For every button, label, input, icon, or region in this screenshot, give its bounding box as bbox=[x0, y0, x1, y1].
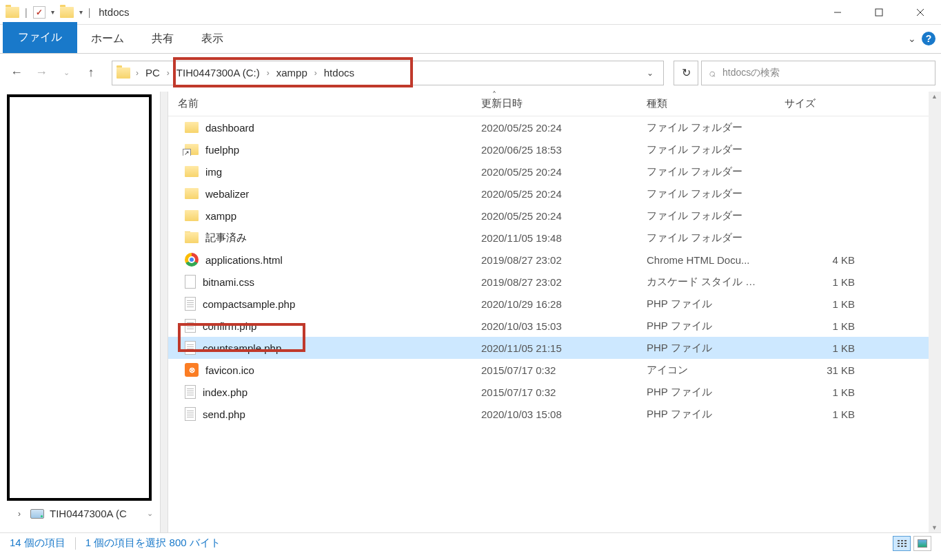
close-button[interactable] bbox=[900, 0, 941, 25]
forward-button[interactable]: → bbox=[30, 62, 52, 84]
file-row[interactable]: countsample.php2020/11/05 21:15PHP ファイル1… bbox=[168, 337, 941, 359]
refresh-button[interactable]: ↻ bbox=[674, 61, 698, 85]
folder-icon bbox=[6, 7, 19, 18]
status-separator bbox=[75, 537, 76, 550]
column-name[interactable]: 名前 bbox=[168, 92, 472, 116]
chevron-right-icon[interactable]: › bbox=[136, 68, 139, 78]
tab-share[interactable]: 共有 bbox=[138, 25, 188, 53]
file-row[interactable]: xampp2020/05/25 20:24ファイル フォルダー bbox=[168, 205, 941, 227]
cell-name: webalizer bbox=[168, 188, 472, 200]
file-row[interactable]: applications.html2019/08/27 23:02Chrome … bbox=[168, 249, 941, 271]
cell-name: ⊗favicon.ico bbox=[168, 363, 472, 377]
file-row[interactable]: 記事済み2020/11/05 19:48ファイル フォルダー bbox=[168, 227, 941, 249]
cell-date: 2020/11/05 19:48 bbox=[472, 232, 637, 244]
breadcrumb-drive[interactable]: TIH0447300A (C:) bbox=[172, 64, 264, 81]
svg-rect-1 bbox=[876, 9, 882, 16]
file-row[interactable]: dashboard2020/05/25 20:24ファイル フォルダー bbox=[168, 116, 941, 138]
file-name: confirm.php bbox=[203, 320, 256, 332]
vertical-scrollbar[interactable] bbox=[929, 92, 941, 532]
file-row[interactable]: webalizer2020/05/25 20:24ファイル フォルダー bbox=[168, 183, 941, 205]
search-icon: ⌕ bbox=[709, 67, 716, 79]
cell-name: 記事済み bbox=[168, 231, 472, 245]
cell-type: ファイル フォルダー bbox=[637, 143, 775, 156]
folder-shortcut-icon bbox=[185, 144, 199, 155]
qat-properties-icon[interactable]: ✓ bbox=[33, 6, 45, 19]
annotation-blackbox bbox=[7, 94, 152, 501]
drive-icon bbox=[30, 509, 44, 519]
maximize-button[interactable] bbox=[858, 0, 900, 25]
tree-item-drive[interactable]: › TIH0447300A (C ⌄ bbox=[0, 504, 160, 523]
file-name: applications.html bbox=[205, 254, 283, 266]
view-details-button[interactable] bbox=[893, 536, 911, 551]
address-dropdown-icon[interactable]: ⌄ bbox=[641, 68, 659, 78]
help-icon[interactable]: ? bbox=[922, 32, 935, 45]
view-thumbnails-button[interactable] bbox=[913, 536, 931, 551]
chevron-right-icon[interactable]: › bbox=[267, 68, 270, 78]
cell-type: ファイル フォルダー bbox=[637, 165, 775, 178]
main-area: › TIH0447300A (C ⌄ 名前 更新日時 種類 サイズ ˄ dash… bbox=[0, 92, 941, 532]
file-icon bbox=[185, 385, 196, 399]
file-row[interactable]: ⊗favicon.ico2015/07/17 0:32アイコン31 KB bbox=[168, 359, 941, 381]
cell-type: PHP ファイル bbox=[637, 298, 775, 311]
chevron-down-icon[interactable]: ⌄ bbox=[147, 509, 153, 518]
file-row[interactable]: img2020/05/25 20:24ファイル フォルダー bbox=[168, 160, 941, 183]
window-title: htdocs bbox=[99, 6, 129, 18]
file-name: dashboard bbox=[205, 122, 254, 134]
tab-file[interactable]: ファイル bbox=[3, 22, 77, 53]
recent-dropdown-icon[interactable]: ⌄ bbox=[55, 62, 77, 84]
file-name: 記事済み bbox=[205, 231, 247, 245]
file-row[interactable]: bitnami.css2019/08/27 23:02カスケード スタイル シー… bbox=[168, 271, 941, 293]
chevron-right-icon[interactable]: › bbox=[18, 509, 21, 519]
up-button[interactable]: ↑ bbox=[80, 62, 102, 84]
column-type[interactable]: 種類 bbox=[637, 92, 775, 116]
cell-date: 2020/06/25 18:53 bbox=[472, 144, 637, 156]
nav-row: ← → ⌄ ↑ › PC › TIH0447300A (C:) › xampp … bbox=[0, 54, 941, 92]
breadcrumb-xampp[interactable]: xampp bbox=[272, 64, 312, 81]
thumbnail-view-icon bbox=[918, 539, 927, 548]
breadcrumb-pc[interactable]: PC bbox=[141, 64, 164, 81]
minimize-button[interactable] bbox=[817, 0, 858, 25]
cell-type: PHP ファイル bbox=[637, 342, 775, 355]
cell-date: 2020/10/03 15:08 bbox=[472, 408, 637, 420]
breadcrumb-htdocs[interactable]: htdocs bbox=[320, 64, 358, 81]
cell-name: compactsample.php bbox=[168, 297, 472, 311]
file-name: countsample.php bbox=[203, 342, 281, 354]
cell-type: Chrome HTML Docu... bbox=[637, 254, 775, 266]
cell-size: 4 KB bbox=[775, 254, 864, 266]
search-placeholder: htdocsの検索 bbox=[722, 67, 780, 79]
cell-type: PHP ファイル bbox=[637, 408, 775, 421]
status-item-count: 14 個の項目 bbox=[10, 537, 65, 550]
file-row[interactable]: compactsample.php2020/10/29 16:28PHP ファイ… bbox=[168, 293, 941, 315]
cell-date: 2020/10/03 15:03 bbox=[472, 320, 637, 332]
navigation-pane[interactable]: › TIH0447300A (C ⌄ bbox=[0, 92, 160, 532]
file-name: webalizer bbox=[205, 188, 249, 200]
chrome-icon bbox=[185, 253, 199, 267]
chevron-right-icon[interactable]: › bbox=[314, 68, 317, 78]
cell-size: 1 KB bbox=[775, 408, 864, 420]
column-date[interactable]: 更新日時 bbox=[472, 92, 637, 116]
qat-dropdown-icon[interactable]: ▾ bbox=[79, 8, 83, 16]
cell-date: 2019/08/27 23:02 bbox=[472, 254, 637, 266]
ribbon-chevron-icon[interactable]: ⌄ bbox=[908, 33, 916, 44]
file-row[interactable]: index.php2015/07/17 0:32PHP ファイル1 KB bbox=[168, 381, 941, 403]
file-row[interactable]: send.php2020/10/03 15:08PHP ファイル1 KB bbox=[168, 403, 941, 425]
cell-date: 2020/05/25 20:24 bbox=[472, 210, 637, 222]
details-view-icon bbox=[898, 540, 907, 547]
address-bar[interactable]: › PC › TIH0447300A (C:) › xampp › htdocs… bbox=[112, 61, 664, 85]
tab-home[interactable]: ホーム bbox=[77, 25, 138, 53]
file-row[interactable]: fuelphp2020/06/25 18:53ファイル フォルダー bbox=[168, 138, 941, 160]
cell-date: 2020/05/25 20:24 bbox=[472, 188, 637, 200]
cell-name: applications.html bbox=[168, 253, 472, 267]
search-input[interactable]: ⌕ htdocsの検索 bbox=[701, 61, 935, 85]
back-button[interactable]: ← bbox=[6, 62, 28, 84]
chevron-right-icon[interactable]: › bbox=[167, 68, 170, 78]
splitter[interactable] bbox=[160, 92, 168, 532]
file-name: fuelphp bbox=[205, 144, 239, 156]
folder-icon bbox=[185, 122, 199, 133]
file-row[interactable]: confirm.php2020/10/03 15:03PHP ファイル1 KB bbox=[168, 315, 941, 337]
cell-name: send.php bbox=[168, 407, 472, 421]
file-icon bbox=[185, 341, 196, 355]
column-size[interactable]: サイズ bbox=[775, 92, 864, 116]
qat-dropdown-icon[interactable]: ▾ bbox=[51, 8, 54, 16]
tab-view[interactable]: 表示 bbox=[188, 25, 237, 53]
